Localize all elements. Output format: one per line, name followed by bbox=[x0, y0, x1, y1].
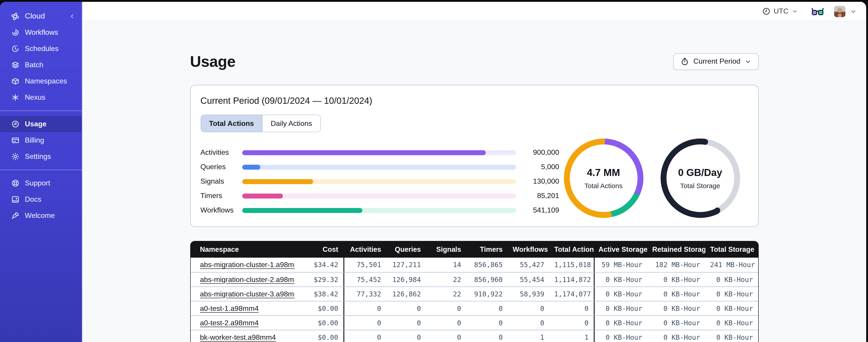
sidebar-item-label: Batch bbox=[25, 61, 43, 69]
sidebar-item-support[interactable]: Support bbox=[0, 175, 82, 191]
bar-label: Timers bbox=[200, 192, 242, 200]
timers-cell: 0 bbox=[466, 304, 508, 312]
account-menu-chevron-down-icon[interactable] bbox=[850, 8, 857, 15]
sidebar-divider bbox=[0, 110, 82, 111]
support-lifebuoy-icon bbox=[10, 178, 20, 188]
cost-cell: $0.00 bbox=[294, 304, 343, 312]
nexus-asterisk-icon bbox=[10, 93, 20, 102]
signals-cell: 22 bbox=[426, 290, 466, 298]
app-window: Cloud Workflows bbox=[0, 2, 866, 342]
bar-row-workflows: Workflows 541,109 bbox=[200, 203, 559, 217]
signals-cell: 22 bbox=[426, 275, 466, 283]
table-row: abs-migration-cluster-3.a98mm4 $38.42 77… bbox=[190, 286, 758, 301]
bar-fill bbox=[242, 165, 260, 169]
column-header: Queries bbox=[386, 245, 426, 253]
queries-cell: 0 bbox=[386, 304, 426, 312]
sidebar-item-welcome[interactable]: Welcome bbox=[0, 208, 82, 224]
donut-arc-cap bbox=[703, 139, 708, 145]
cost-cell: $34.42 bbox=[294, 261, 343, 269]
bar-track bbox=[242, 165, 516, 169]
namespace-usage-table: Namespace Cost Activities Queries Signal… bbox=[190, 241, 758, 342]
sidebar-item-label: Welcome bbox=[25, 212, 55, 220]
signals-cell: 0 bbox=[426, 333, 466, 341]
sidebar-item-batch[interactable]: Batch bbox=[0, 57, 82, 73]
namespace-link[interactable]: bk-worker-test.a98mm4 bbox=[200, 333, 276, 341]
namespaces-box-icon bbox=[10, 76, 20, 86]
cost-cell: $0.00 bbox=[294, 319, 343, 327]
table-row: a0-test-1.a98mm4 $0.00 0 0 0 0 0 0 0 KB-… bbox=[190, 301, 758, 315]
usage-gauge-icon bbox=[10, 119, 20, 129]
table-header-row: Namespace Cost Activities Queries Signal… bbox=[190, 241, 758, 258]
queries-cell: 0 bbox=[386, 319, 426, 327]
workflows-icon bbox=[10, 28, 20, 37]
bar-value: 541,109 bbox=[516, 206, 559, 214]
sidebar-item-billing[interactable]: Billing bbox=[0, 132, 82, 148]
total-actions-cell: 0 bbox=[549, 304, 593, 312]
activities-cell: 0 bbox=[343, 316, 386, 330]
column-header: Active Storage bbox=[593, 245, 647, 253]
timers-cell: 910,922 bbox=[466, 290, 508, 298]
namespace-link[interactable]: abs-migration-cluster-3.a98mm4 bbox=[200, 290, 294, 298]
bar-track bbox=[242, 179, 516, 184]
bar-value: 130,000 bbox=[516, 177, 559, 185]
total-actions-cell: 1,174,077 bbox=[549, 290, 593, 298]
namespace-link[interactable]: a0-test-1.a98mm4 bbox=[200, 304, 259, 312]
bar-fill bbox=[242, 193, 283, 198]
period-selector-button[interactable]: Current Period bbox=[674, 53, 758, 70]
activities-cell: 0 bbox=[343, 330, 386, 342]
actions-tab-group: Total Actions Daily Actions bbox=[200, 114, 320, 132]
total-storage-cell: 241 MB-Hour bbox=[705, 261, 758, 269]
table-row: bk-worker-test.a98mm4 $0.00 0 0 0 0 1 1 … bbox=[190, 330, 758, 342]
table-row: abs-migration-cluster-2.a98mm4 $29.32 75… bbox=[190, 272, 758, 286]
sidebar-item-namespaces[interactable]: Namespaces bbox=[0, 73, 82, 89]
namespace-link[interactable]: a0-test-2.a98mm4 bbox=[200, 319, 259, 327]
total-storage-cell: 0 KB-Hour bbox=[705, 319, 758, 327]
bar-track bbox=[242, 150, 516, 155]
sidebar-item-docs[interactable]: Docs bbox=[0, 191, 82, 208]
sidebar-item-schedules[interactable]: Schedules bbox=[0, 41, 82, 57]
sidebar-item-usage[interactable]: Usage bbox=[0, 116, 82, 132]
period-selector-label: Current Period bbox=[693, 57, 740, 65]
workflows-cell: 0 bbox=[508, 319, 549, 327]
total-actions-cell: 0 bbox=[549, 319, 593, 327]
page-title: Usage bbox=[190, 53, 236, 70]
namespace-link[interactable]: abs-migration-cluster-2.a98mm4 bbox=[200, 275, 294, 283]
tab-total-actions[interactable]: Total Actions bbox=[201, 115, 262, 132]
sidebar-brand-cloud[interactable]: Cloud bbox=[0, 8, 82, 24]
feedback-glasses-icon[interactable] bbox=[811, 7, 824, 15]
bar-row-queries: Queries 5,000 bbox=[200, 160, 559, 174]
bar-row-timers: Timers 85,201 bbox=[200, 189, 559, 203]
bar-track bbox=[242, 208, 516, 213]
namespace-link[interactable]: abs-migration-cluster-1.a98mm4 bbox=[200, 261, 294, 269]
bar-fill bbox=[242, 150, 486, 155]
avatar[interactable] bbox=[834, 6, 845, 17]
timezone-label: UTC bbox=[774, 7, 788, 15]
retained-storage-cell: 0 KB-Hour bbox=[647, 333, 705, 341]
sidebar-item-workflows[interactable]: Workflows bbox=[0, 24, 82, 41]
chevron-down-icon bbox=[744, 58, 751, 65]
workflows-cell: 58,939 bbox=[508, 290, 549, 298]
retained-storage-cell: 0 KB-Hour bbox=[647, 304, 705, 312]
donut-arc-cap bbox=[714, 208, 720, 213]
bar-value: 85,201 bbox=[516, 192, 559, 200]
active-storage-cell: 0 KB-Hour bbox=[593, 316, 647, 330]
total-storage-cell: 0 KB-Hour bbox=[705, 304, 758, 312]
timers-cell: 856,960 bbox=[466, 275, 508, 283]
sidebar-item-nexus[interactable]: Nexus bbox=[0, 89, 82, 106]
total-actions-cell: 1,114,872 bbox=[549, 275, 593, 283]
sidebar-collapse-icon[interactable] bbox=[69, 13, 75, 20]
sidebar-item-label: Schedules bbox=[25, 45, 59, 53]
total-actions-donut: 4.7 MM Total Actions bbox=[564, 138, 643, 218]
timezone-selector[interactable]: UTC bbox=[762, 7, 798, 15]
tab-daily-actions[interactable]: Daily Actions bbox=[262, 115, 320, 132]
cost-cell: $0.00 bbox=[294, 333, 343, 341]
active-storage-cell: 0 KB-Hour bbox=[593, 301, 647, 315]
activities-cell: 75,452 bbox=[343, 273, 386, 286]
active-storage-cell: 0 KB-Hour bbox=[593, 273, 647, 286]
column-header: Timers bbox=[466, 245, 508, 253]
workflows-cell: 1 bbox=[508, 333, 549, 341]
bar-value: 5,000 bbox=[516, 163, 559, 171]
sidebar-item-settings[interactable]: Settings bbox=[0, 148, 82, 165]
top-bar: UTC bbox=[82, 2, 866, 21]
sidebar-item-label: Support bbox=[25, 179, 50, 187]
